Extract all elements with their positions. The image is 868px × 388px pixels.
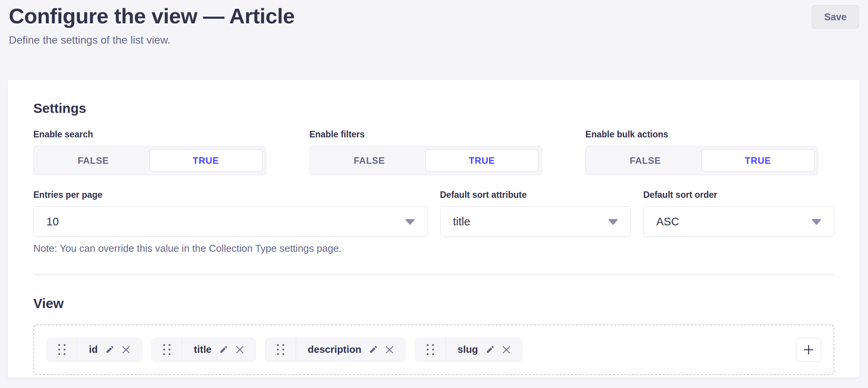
close-icon xyxy=(385,346,394,354)
enable-bulk-actions-label: Enable bulk actions xyxy=(585,130,834,139)
drag-handle[interactable] xyxy=(265,338,296,361)
entries-per-page-select[interactable]: 10 xyxy=(33,206,428,237)
drag-handle-icon xyxy=(58,344,66,355)
edit-field-button[interactable] xyxy=(219,345,228,354)
close-icon xyxy=(236,346,244,354)
edit-field-button[interactable] xyxy=(105,345,114,354)
field-chip-label: slug xyxy=(457,344,478,355)
add-field-button[interactable] xyxy=(796,338,821,362)
enable-filters-label: Enable filters xyxy=(310,130,558,139)
enable-search-toggle[interactable]: FALSE TRUE xyxy=(33,146,266,175)
default-sort-order-field: Default sort order ASC xyxy=(643,191,834,254)
enable-bulk-actions-true-option[interactable]: TRUE xyxy=(701,150,814,171)
default-sort-order-label: Default sort order xyxy=(643,191,834,199)
default-sort-attribute-select[interactable]: title xyxy=(440,206,631,237)
pencil-icon xyxy=(369,345,378,354)
remove-field-button[interactable] xyxy=(122,346,130,354)
pencil-icon xyxy=(219,345,228,354)
settings-card: Settings Enable search FALSE TRUE Enable… xyxy=(8,80,860,378)
enable-bulk-actions-field: Enable bulk actions FALSE TRUE xyxy=(585,130,834,175)
field-chip-id: id xyxy=(46,338,142,362)
caret-down-icon xyxy=(811,219,822,225)
page-title: Configure the view — Article xyxy=(9,4,859,28)
drag-handle[interactable] xyxy=(47,338,77,361)
remove-field-button[interactable] xyxy=(385,346,394,354)
close-icon xyxy=(502,346,511,354)
toggles-row: Enable search FALSE TRUE Enable filters … xyxy=(33,130,834,175)
caret-down-icon xyxy=(608,219,618,225)
drag-handle-icon xyxy=(163,344,170,355)
enable-search-label: Enable search xyxy=(33,130,282,139)
caret-down-icon xyxy=(405,219,415,225)
drag-handle[interactable] xyxy=(415,338,446,361)
remove-field-button[interactable] xyxy=(502,346,511,354)
edit-field-button[interactable] xyxy=(486,345,495,354)
enable-filters-true-option[interactable]: TRUE xyxy=(426,150,539,171)
page-header: Configure the view — Article Define the … xyxy=(0,0,868,46)
field-chip-description: description xyxy=(265,338,406,362)
pencil-icon xyxy=(486,345,495,354)
enable-filters-field: Enable filters FALSE TRUE xyxy=(310,130,558,175)
field-chip-label: id xyxy=(89,344,98,355)
settings-section-heading: Settings xyxy=(33,101,834,115)
drag-handle-icon xyxy=(427,344,434,355)
entries-per-page-label: Entries per page xyxy=(33,191,428,199)
enable-search-true-option[interactable]: TRUE xyxy=(149,150,262,171)
entries-per-page-field: Entries per page 10 Note: You can overri… xyxy=(33,191,428,254)
default-sort-attribute-value: title xyxy=(453,215,470,228)
remove-field-button[interactable] xyxy=(236,346,244,354)
section-divider xyxy=(33,274,834,275)
drag-handle[interactable] xyxy=(152,338,182,361)
view-fields-drop-zone: id title xyxy=(33,324,834,375)
enable-search-field: Enable search FALSE TRUE xyxy=(33,130,282,175)
page-subtitle: Define the settings of the list view. xyxy=(9,34,859,46)
enable-bulk-actions-toggle[interactable]: FALSE TRUE xyxy=(585,146,818,175)
field-chip-label: title xyxy=(194,344,211,355)
default-sort-attribute-field: Default sort attribute title xyxy=(440,191,631,254)
default-sort-order-select[interactable]: ASC xyxy=(643,206,834,237)
enable-bulk-actions-false-option[interactable]: FALSE xyxy=(589,150,701,171)
plus-icon xyxy=(803,344,814,355)
enable-search-false-option[interactable]: FALSE xyxy=(37,150,149,171)
selects-row: Entries per page 10 Note: You can overri… xyxy=(33,191,834,254)
field-chip-slug: slug xyxy=(415,338,522,362)
entries-per-page-note: Note: You can override this value in the… xyxy=(33,243,428,254)
field-chip-label: description xyxy=(308,344,361,355)
enable-filters-toggle[interactable]: FALSE TRUE xyxy=(310,146,542,175)
default-sort-attribute-label: Default sort attribute xyxy=(440,191,631,199)
enable-filters-false-option[interactable]: FALSE xyxy=(313,150,426,171)
save-button[interactable]: Save xyxy=(812,5,859,29)
entries-per-page-value: 10 xyxy=(46,215,59,228)
view-section-heading: View xyxy=(33,297,834,310)
default-sort-order-value: ASC xyxy=(656,215,679,228)
pencil-icon xyxy=(105,345,114,354)
edit-field-button[interactable] xyxy=(369,345,378,354)
drag-handle-icon xyxy=(277,344,284,355)
field-chip-title: title xyxy=(151,338,256,362)
close-icon xyxy=(122,346,130,354)
